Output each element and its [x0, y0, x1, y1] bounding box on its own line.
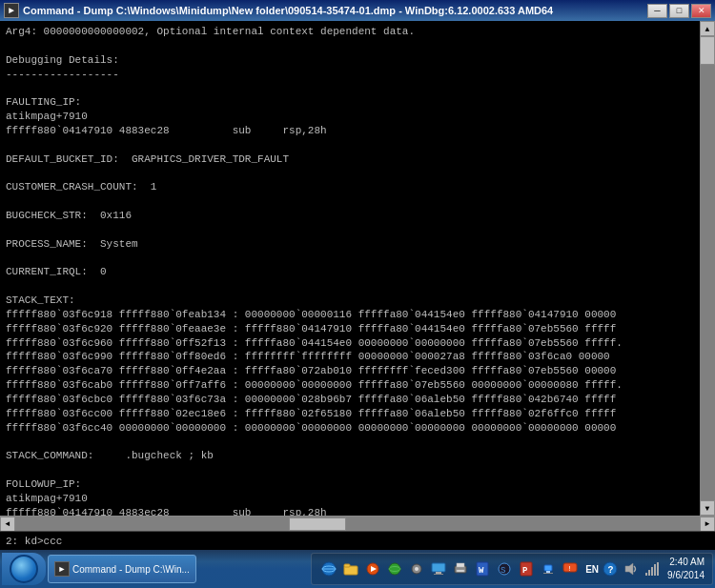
minimize-button[interactable]: ─ [647, 4, 667, 18]
scroll-right-button[interactable]: ► [700, 517, 715, 532]
globe-tray-icon[interactable] [385, 559, 404, 578]
taskbar-item-label: Command - Dump C:\Win... [72, 564, 190, 575]
taskbar-item-command[interactable]: ► Command - Dump C:\Win... [48, 555, 196, 583]
system-clock[interactable]: 2:40 AM 9/6/2014 [664, 556, 708, 582]
system-tray: W S P ! EN ? [311, 553, 713, 585]
input-prompt: 2: kd> [6, 536, 44, 547]
svg-point-10 [415, 567, 419, 571]
svg-rect-15 [457, 563, 464, 567]
svg-rect-31 [645, 573, 647, 576]
vertical-scrollbar[interactable]: ▲ ▼ [700, 21, 715, 516]
svg-rect-23 [544, 565, 552, 571]
title-bar: ► Command - Dump C:\Windows\Minidump\New… [0, 0, 715, 21]
help-tray-icon[interactable]: ? [601, 559, 620, 578]
svg-rect-32 [648, 570, 650, 576]
maximize-button[interactable]: □ [669, 4, 689, 18]
input-line: 2: kd> [0, 531, 715, 550]
ppt-tray-icon[interactable]: P [517, 559, 536, 578]
svg-rect-24 [546, 571, 550, 573]
settings-tray-icon[interactable] [407, 559, 426, 578]
network-tray-icon[interactable] [539, 559, 558, 578]
tray-icons: W S P ! [316, 556, 583, 582]
svg-text:W: W [479, 566, 484, 576]
printer-tray-icon[interactable] [451, 559, 470, 578]
svg-rect-12 [436, 572, 441, 574]
taskbar-item-icon: ► [54, 561, 70, 577]
taskbar: ► Command - Dump C:\Win... [0, 550, 715, 588]
volume-tray-icon[interactable] [622, 559, 641, 578]
horizontal-scrollbar[interactable]: ◄ ► [0, 516, 715, 531]
signal-tray-icon[interactable] [643, 559, 662, 578]
clock-time: 2:40 AM [667, 556, 705, 569]
monitor-tray-icon[interactable] [429, 559, 448, 578]
scroll-down-button[interactable]: ▼ [700, 500, 715, 516]
window-controls: ─ □ ✕ [647, 4, 711, 18]
svg-point-7 [389, 563, 400, 575]
svg-rect-33 [651, 567, 653, 576]
command-input[interactable] [44, 536, 709, 547]
scroll-thumb[interactable] [700, 36, 715, 65]
scroll-left-button[interactable]: ◄ [0, 517, 15, 532]
terminal-container: Arg4: 0000000000000002, Optional interna… [0, 21, 715, 516]
svg-text:S: S [500, 566, 505, 576]
terminal-output: Arg4: 0000000000000002, Optional interna… [0, 21, 700, 516]
svg-text:?: ? [608, 565, 614, 576]
im-tray-icon[interactable]: ! [561, 559, 580, 578]
svg-rect-11 [432, 563, 445, 572]
svg-text:!: ! [567, 564, 572, 573]
scroll-track[interactable] [700, 36, 715, 500]
clock-date: 9/6/2014 [667, 569, 705, 582]
title-bar-left: ► Command - Dump C:\Windows\Minidump\New… [4, 3, 553, 18]
svg-rect-16 [457, 570, 464, 572]
media-tray-icon[interactable] [363, 559, 382, 578]
folder-tray-icon[interactable] [341, 559, 360, 578]
steam-tray-icon[interactable]: S [495, 559, 514, 578]
close-button[interactable]: ✕ [691, 4, 711, 18]
h-scroll-track[interactable] [15, 517, 700, 531]
ie-tray-icon[interactable] [319, 559, 338, 578]
h-scroll-thumb[interactable] [289, 517, 346, 531]
language-indicator[interactable]: EN [585, 564, 599, 575]
app-icon: ► [4, 3, 19, 18]
start-orb-icon [10, 555, 38, 583]
main-window: Arg4: 0000000000000002, Optional interna… [0, 21, 715, 550]
svg-rect-35 [657, 562, 659, 576]
svg-rect-25 [543, 573, 553, 574]
word-tray-icon[interactable]: W [473, 559, 492, 578]
svg-text:P: P [522, 566, 528, 576]
scroll-up-button[interactable]: ▲ [700, 21, 715, 36]
start-button[interactable] [2, 553, 46, 585]
svg-rect-13 [434, 574, 443, 575]
svg-marker-30 [625, 563, 633, 575]
svg-rect-4 [344, 564, 350, 567]
window-title: Command - Dump C:\Windows\Minidump\New f… [23, 5, 553, 16]
svg-rect-34 [654, 564, 656, 576]
taskbar-items: ► Command - Dump C:\Win... [48, 550, 309, 588]
